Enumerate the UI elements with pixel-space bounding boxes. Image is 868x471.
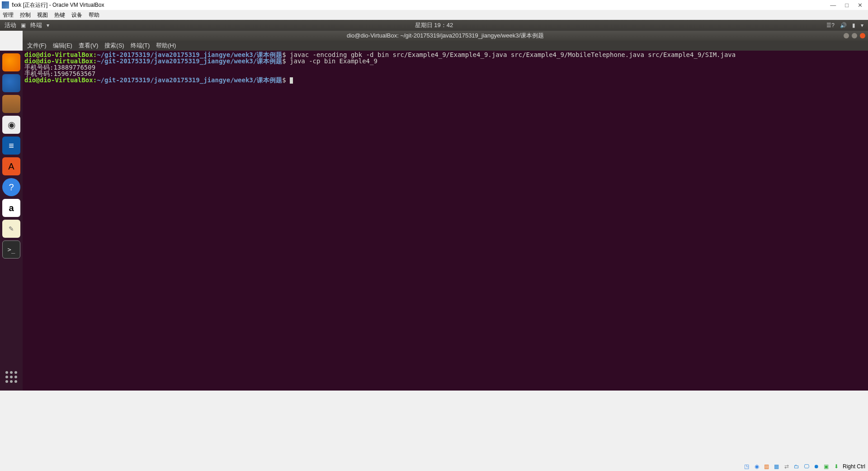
vbox-menubar: 管理 控制 视图 热键 设备 帮助: [0, 10, 868, 20]
vbox-optical-icon[interactable]: ◉: [753, 463, 760, 470]
terminal-menu-help[interactable]: 帮助(H): [156, 42, 176, 50]
vbox-maximize-button[interactable]: □: [845, 2, 849, 9]
vbox-menu-devices[interactable]: 设备: [71, 11, 82, 19]
terminal-menu-file[interactable]: 文件(F): [27, 42, 47, 50]
vbox-shared-folders-icon[interactable]: 🗀: [793, 463, 800, 470]
topbar-appname[interactable]: 终端: [30, 21, 42, 29]
topbar-datetime[interactable]: 星期日 19：42: [415, 21, 453, 29]
ubuntu-topbar: 活动 ▣ 终端 ▾ 星期日 19：42 ☰? 🔊 ▮ ▾: [0, 20, 868, 31]
vbox-close-button[interactable]: ✕: [858, 2, 863, 9]
terminal-titlebar: dio@dio-VirtualBox: ~/git-20175319/java2…: [23, 31, 868, 41]
sound-icon[interactable]: 🔊: [840, 22, 847, 28]
vbox-mouse-integration-icon[interactable]: ⬇: [833, 463, 840, 470]
prompt-path: ~/git-20175319/java20175319_jiangye/week…: [97, 76, 257, 84]
launcher-texteditor-icon[interactable]: ✎: [2, 220, 20, 238]
terminal-close-button[interactable]: [860, 33, 865, 38]
guest-area: ◉ ≡ A ? a ✎ dio@dio-VirtualBox:~/git-201…: [0, 51, 868, 391]
system-menu-chevron-icon[interactable]: ▾: [861, 22, 863, 28]
launcher-thunderbird-icon[interactable]: [2, 74, 20, 92]
terminal-menubar: 文件(F) 编辑(E) 查看(V) 搜索(S) 终端(T) 帮助(H): [23, 41, 868, 51]
appmenu-chevron-icon[interactable]: ▾: [47, 22, 49, 28]
vbox-usb-icon[interactable]: ⇄: [783, 463, 790, 470]
terminal-menu-view[interactable]: 查看(V): [79, 42, 98, 50]
vbox-recording-icon[interactable]: ⏺: [813, 463, 820, 470]
prompt-sep: :: [93, 76, 97, 84]
terminal-maximize-button[interactable]: [852, 33, 857, 38]
terminal-menu-search[interactable]: 搜索(S): [104, 42, 124, 50]
vbox-display-icon[interactable]: 🖵: [803, 463, 810, 470]
vbox-window-title: fxxk [正在运行] - Oracle VM VirtualBox: [12, 1, 830, 9]
terminal-window-title: dio@dio-VirtualBox: ~/git-20175319/java2…: [347, 32, 544, 40]
vbox-menu-help[interactable]: 帮助: [89, 11, 99, 19]
vbox-cpu-icon[interactable]: ▣: [823, 463, 830, 470]
prompt-sigil: $: [282, 57, 286, 65]
ubuntu-launcher: ◉ ≡ A ? a ✎: [0, 51, 23, 391]
activities-button[interactable]: 活动: [5, 21, 16, 29]
vbox-audio-icon[interactable]: ▥: [763, 463, 770, 470]
terminal-menu-edit[interactable]: 编辑(E): [53, 42, 72, 50]
launcher-software-icon[interactable]: A: [2, 157, 20, 175]
launcher-writer-icon[interactable]: ≡: [2, 137, 20, 155]
vbox-menu-control[interactable]: 控制: [20, 11, 31, 19]
vbox-statusbar: ◳ ◉ ▥ ▦ ⇄ 🗀 🖵 ⏺ ▣ ⬇ Right Ctrl: [0, 462, 868, 471]
input-method-icon[interactable]: ☰?: [826, 22, 835, 28]
launcher-terminal-icon[interactable]: [2, 240, 20, 259]
terminal-minimize-button[interactable]: [844, 33, 849, 38]
launcher-firefox-icon[interactable]: [2, 53, 20, 71]
launcher-files-icon[interactable]: [2, 95, 20, 113]
vbox-network-icon[interactable]: ▦: [773, 463, 780, 470]
launcher-rhythmbox-icon[interactable]: ◉: [2, 116, 20, 134]
host-gap: [0, 391, 868, 471]
terminal-menu-terminal[interactable]: 终端(T): [131, 42, 150, 50]
vbox-menu-view[interactable]: 视图: [37, 11, 48, 19]
terminal-body[interactable]: dio@dio-VirtualBox:~/git-20175319/java20…: [23, 51, 868, 391]
vbox-hd-icon[interactable]: ◳: [743, 463, 750, 470]
terminal-window-buttons: [844, 33, 865, 38]
prompt-sigil: $: [282, 76, 286, 84]
vbox-minimize-button[interactable]: —: [830, 2, 836, 9]
prompt-path-cjk: 课本例题: [257, 57, 282, 65]
vbox-menu-manage[interactable]: 管理: [3, 11, 14, 19]
launcher-help-icon[interactable]: ?: [2, 178, 20, 196]
prompt-userhost: dio@dio-VirtualBox: [24, 76, 93, 84]
app-icon: ▣: [21, 22, 26, 28]
prompt-path: ~/git-20175319/java20175319_jiangye/week…: [97, 57, 257, 65]
vbox-hostkey-label: Right Ctrl: [843, 463, 865, 470]
vbox-titlebar: fxxk [正在运行] - Oracle VM VirtualBox — □ ✕: [0, 0, 868, 10]
vbox-window-buttons: — □ ✕: [830, 2, 866, 9]
battery-icon[interactable]: ▮: [852, 22, 855, 28]
launcher-amazon-icon[interactable]: a: [2, 199, 20, 217]
terminal-cursor: [290, 77, 293, 84]
terminal-cmd-2: java -cp bin Example4_9: [286, 57, 377, 65]
vbox-menu-hotkeys[interactable]: 热键: [54, 11, 65, 19]
launcher-apps-button[interactable]: [2, 368, 20, 386]
virtualbox-icon: [2, 1, 9, 9]
prompt-path-cjk: 课本例题: [257, 76, 282, 84]
